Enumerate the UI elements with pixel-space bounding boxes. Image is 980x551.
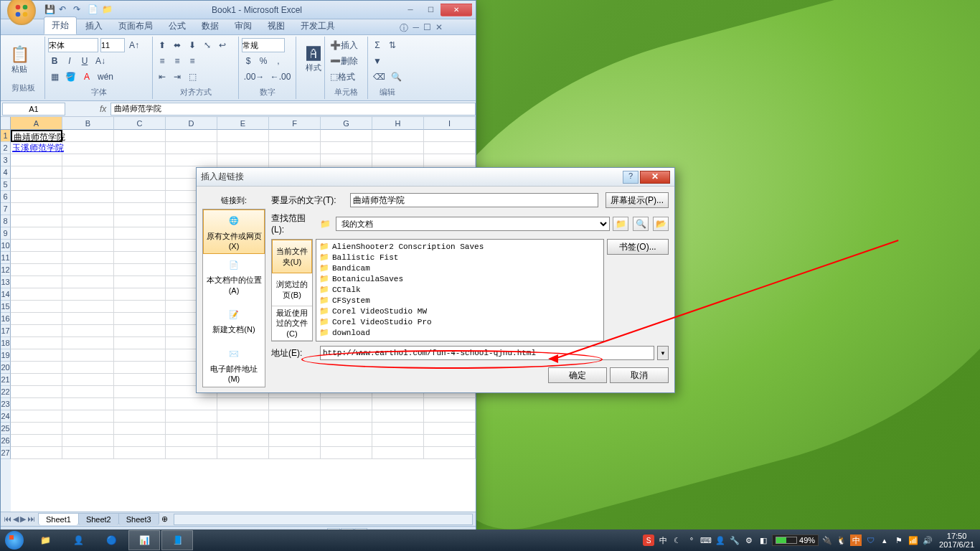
tab-formula[interactable]: 公式 <box>161 18 193 34</box>
column-header[interactable]: B <box>62 117 114 130</box>
italic-button[interactable]: I <box>63 54 76 68</box>
file-item[interactable]: 📁Corel VideoStudio MW <box>318 306 602 316</box>
tray-tool-icon[interactable]: 🔧 <box>729 534 740 546</box>
styles-button[interactable]: 🅰样式 <box>299 38 328 81</box>
row-header[interactable]: 2 <box>1 142 11 154</box>
cell[interactable] <box>166 423 217 435</box>
cell[interactable] <box>321 154 372 166</box>
cell[interactable] <box>11 398 62 410</box>
tab-insert[interactable]: 插入 <box>78 18 110 34</box>
format-cells-button[interactable]: ⬚格式 <box>328 70 357 84</box>
undo-icon[interactable]: ↶ <box>59 4 70 16</box>
cell[interactable] <box>62 349 114 362</box>
tab-data[interactable]: 数据 <box>194 18 226 34</box>
cell[interactable] <box>321 142 372 154</box>
cell[interactable] <box>114 313 166 325</box>
cell[interactable] <box>62 154 114 166</box>
cell[interactable] <box>114 386 166 398</box>
cell[interactable] <box>114 349 166 362</box>
cell[interactable] <box>217 130 269 142</box>
cell[interactable] <box>62 288 114 301</box>
cell[interactable] <box>62 252 114 264</box>
tray-skin-icon[interactable]: ◧ <box>758 534 769 546</box>
align-bottom-icon[interactable]: ⬇ <box>186 38 199 52</box>
row-header[interactable]: 1 <box>1 130 11 142</box>
maximize-button[interactable]: ☐ <box>420 4 440 17</box>
cell[interactable] <box>424 423 476 435</box>
file-item[interactable]: 📁BotaniculaSaves <box>318 273 602 284</box>
row-header[interactable]: 13 <box>1 276 11 288</box>
cell[interactable] <box>11 191 62 203</box>
comma-icon[interactable]: , <box>272 54 285 68</box>
align-center-icon[interactable]: ≡ <box>171 54 184 68</box>
cell[interactable] <box>217 398 269 410</box>
row-header[interactable]: 19 <box>1 349 11 362</box>
cell[interactable] <box>62 276 114 288</box>
cell[interactable] <box>62 337 114 349</box>
cell[interactable] <box>217 447 269 459</box>
cell[interactable] <box>166 142 217 154</box>
cell[interactable] <box>217 410 269 423</box>
task-item-browser[interactable]: 🔵 <box>95 530 127 550</box>
cell[interactable] <box>166 154 217 166</box>
row-header[interactable]: 10 <box>1 240 11 252</box>
cell[interactable] <box>11 325 62 337</box>
cell[interactable] <box>269 142 321 154</box>
lookin-select[interactable]: 我的文档 <box>336 217 610 231</box>
cell[interactable] <box>114 410 166 423</box>
row-header[interactable]: 24 <box>1 410 11 423</box>
file-list[interactable]: 📁AlienShooter2 Conscription Saves📁Ballis… <box>316 239 604 342</box>
sheet-nav-prev-icon[interactable]: ◀ <box>13 514 19 524</box>
tab-review[interactable]: 审阅 <box>227 18 259 34</box>
tray-ime-icon[interactable]: 中 <box>657 534 669 546</box>
file-item[interactable]: 📁Bandicam <box>318 263 602 273</box>
font-size-select[interactable] <box>100 38 125 52</box>
browse-tab-browsed[interactable]: 浏览过的页(B) <box>272 273 312 306</box>
column-header[interactable]: F <box>269 117 321 130</box>
row-header[interactable]: 14 <box>1 288 11 301</box>
linkto-new-document[interactable]: 📝新建文档(N) <box>203 298 265 343</box>
name-box[interactable] <box>2 103 65 116</box>
ribbon-minimize-icon[interactable]: ─ <box>413 22 419 34</box>
file-item[interactable]: 📁CCTalk <box>318 284 602 295</box>
cell[interactable] <box>11 435 62 447</box>
cell[interactable] <box>321 130 372 142</box>
screentip-button[interactable]: 屏幕提示(P)... <box>606 192 669 208</box>
row-header[interactable]: 6 <box>1 191 11 203</box>
clock[interactable]: 17:50 2017/6/21 <box>936 532 977 549</box>
align-middle-icon[interactable]: ⬌ <box>171 38 184 52</box>
cell[interactable] <box>114 142 166 154</box>
tray-app-icon[interactable]: 中 <box>850 534 862 546</box>
inc-decimal-icon[interactable]: .00→ <box>242 70 266 84</box>
row-header[interactable]: 9 <box>1 227 11 240</box>
cell[interactable] <box>269 398 321 410</box>
cell[interactable] <box>11 288 62 301</box>
cell[interactable] <box>424 435 476 447</box>
save-icon[interactable]: 💾 <box>44 4 56 16</box>
cell[interactable] <box>62 423 114 435</box>
row-header[interactable]: 17 <box>1 325 11 337</box>
column-header[interactable]: H <box>372 117 424 130</box>
cell[interactable] <box>166 435 217 447</box>
new-sheet-icon[interactable]: ⊕ <box>159 514 171 524</box>
linkto-existing-file[interactable]: 🌐原有文件或网页(X) <box>203 209 265 254</box>
row-header[interactable]: 5 <box>1 179 11 191</box>
cell[interactable] <box>269 130 321 142</box>
cell[interactable] <box>372 130 424 142</box>
fx-icon[interactable]: fx <box>95 104 110 114</box>
cell[interactable] <box>217 435 269 447</box>
tray-chevron-up-icon[interactable]: ▴ <box>879 534 890 546</box>
tab-layout[interactable]: 页面布局 <box>111 18 160 34</box>
cell[interactable] <box>321 435 372 447</box>
row-header[interactable]: 21 <box>1 374 11 386</box>
cell[interactable] <box>372 142 424 154</box>
column-header[interactable]: A <box>11 117 62 130</box>
cell[interactable] <box>114 301 166 313</box>
underline-button[interactable]: U <box>78 54 91 68</box>
cell[interactable] <box>62 166 114 179</box>
cell[interactable] <box>62 301 114 313</box>
cell[interactable] <box>62 264 114 276</box>
column-header[interactable]: I <box>424 117 476 130</box>
percent-icon[interactable]: % <box>257 54 270 68</box>
merge-button[interactable]: ⬚ <box>186 70 199 84</box>
